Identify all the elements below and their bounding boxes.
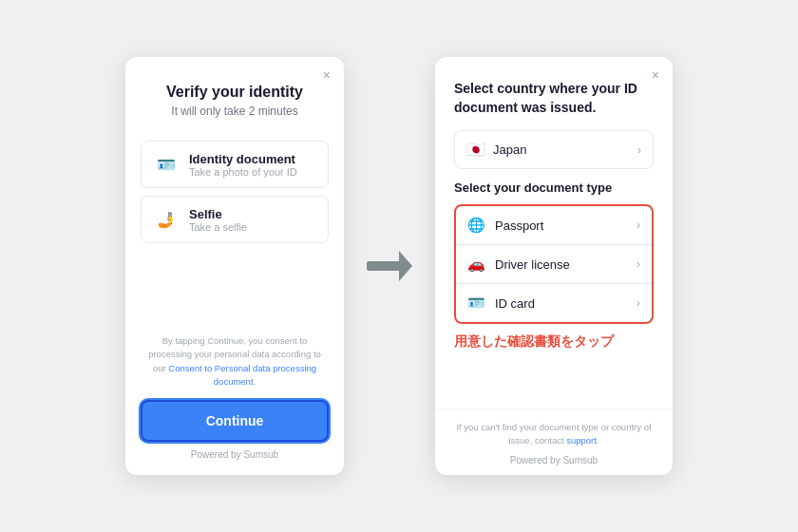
left-powered-by: Powered by Sumsub	[141, 449, 329, 460]
right-modal: × Select country where your ID document …	[435, 57, 673, 475]
id-card-name: ID card	[495, 296, 535, 311]
identity-desc: Take a photo of your ID	[189, 166, 297, 178]
identity-icon: 🪪	[153, 151, 180, 178]
right-modal-title: Select country where your ID document wa…	[454, 80, 654, 117]
doc-item-passport[interactable]: 🌐 Passport ›	[456, 206, 652, 245]
right-powered-by: Powered by Sumsub	[450, 455, 657, 466]
selfie-desc: Take a selfie	[189, 221, 247, 233]
svg-marker-1	[399, 251, 412, 281]
country-chevron-icon: ›	[637, 143, 641, 157]
identity-text: Identity document Take a photo of your I…	[189, 152, 297, 178]
arrow-container	[367, 251, 412, 281]
doc-section-title: Select your document type	[454, 180, 654, 195]
steps-list: 🪪 Identity document Take a photo of your…	[125, 133, 344, 251]
selfie-icon: 🤳	[153, 206, 180, 233]
support-text: If you can't find your document type or …	[450, 421, 657, 448]
left-modal-header: Verify your identity It will only take 2…	[125, 57, 344, 133]
arrow-shape	[367, 251, 412, 281]
right-modal-footer: If you can't find your document type or …	[435, 408, 673, 476]
driver-license-icon: 🚗	[467, 256, 485, 273]
identity-label: Identity document	[189, 152, 297, 166]
svg-rect-0	[367, 261, 401, 271]
japan-flag: 🇯🇵	[466, 141, 485, 159]
left-modal: × Verify your identity It will only take…	[125, 57, 344, 475]
country-name: Japan	[493, 142, 526, 157]
id-card-icon: 🪪	[467, 294, 485, 312]
consent-link[interactable]: Consent to Personal data processing docu…	[168, 363, 316, 387]
right-close-button[interactable]: ×	[652, 68, 659, 82]
passport-chevron-icon: ›	[636, 218, 640, 232]
left-close-button[interactable]: ×	[323, 68, 331, 82]
main-container: × Verify your identity It will only take…	[106, 38, 692, 494]
passport-icon: 🌐	[467, 217, 485, 234]
driver-license-name: Driver license	[495, 257, 570, 272]
step-item-selfie[interactable]: 🤳 Selfie Take a selfie	[141, 196, 329, 243]
left-modal-title: Verify your identity	[144, 84, 325, 101]
right-modal-header: Select country where your ID document wa…	[435, 57, 673, 180]
left-modal-footer: By tapping Continue, you consent to proc…	[125, 323, 344, 475]
continue-button[interactable]: Continue	[141, 400, 329, 442]
passport-name: Passport	[495, 218, 543, 233]
left-modal-subtitle: It will only take 2 minutes	[144, 104, 325, 118]
doc-list: 🌐 Passport › 🚗 Driver license › 🪪 ID	[454, 204, 654, 324]
doc-item-driver-license[interactable]: 🚗 Driver license ›	[456, 245, 652, 284]
doc-section: Select your document type 🌐 Passport › 🚗…	[435, 180, 673, 324]
selfie-label: Selfie	[189, 207, 247, 221]
doc-item-id-card[interactable]: 🪪 ID card ›	[456, 284, 652, 322]
driver-license-left: 🚗 Driver license	[467, 256, 570, 273]
support-link[interactable]: support	[566, 435, 597, 446]
passport-left: 🌐 Passport	[467, 217, 543, 234]
consent-text: By tapping Continue, you consent to proc…	[141, 334, 329, 389]
selfie-text: Selfie Take a selfie	[189, 207, 247, 233]
country-selector[interactable]: 🇯🇵 Japan ›	[454, 130, 654, 169]
tap-hint: 用意した確認書類をタップ	[435, 324, 673, 351]
id-card-left: 🪪 ID card	[467, 294, 535, 312]
id-card-chevron-icon: ›	[636, 296, 640, 310]
country-left: 🇯🇵 Japan	[466, 141, 526, 159]
driver-license-chevron-icon: ›	[636, 257, 640, 271]
step-item-identity[interactable]: 🪪 Identity document Take a photo of your…	[141, 141, 329, 188]
